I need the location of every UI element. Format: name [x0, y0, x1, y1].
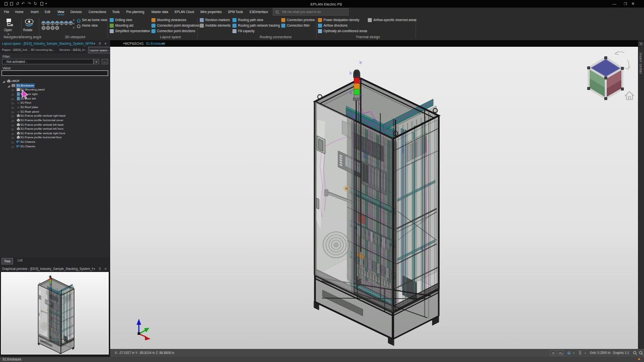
svg-text:-X3: -X3	[69, 327, 69, 328]
svg-text:-X1.MAIN: -X1.MAIN	[363, 149, 366, 159]
svg-text:-X3: -X3	[421, 246, 423, 250]
svg-text:-X2.AUX: -X2.AUX	[401, 145, 405, 154]
